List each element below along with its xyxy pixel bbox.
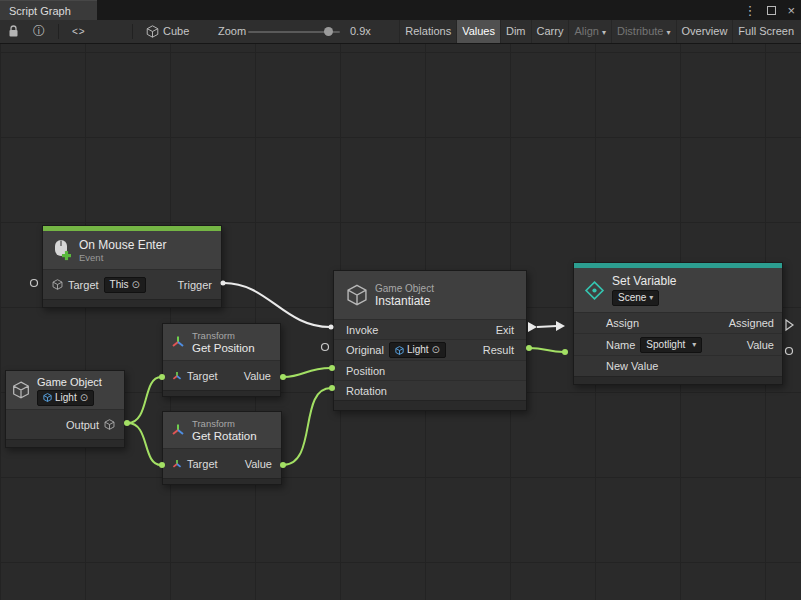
- port-row-output: Output: [6, 409, 124, 439]
- variable-icon: [584, 280, 605, 301]
- value-port-label: Value: [245, 458, 272, 470]
- scope-dropdown[interactable]: Scene ▾: [612, 290, 659, 306]
- output-port-label: Output: [66, 419, 99, 431]
- transform-icon: [171, 423, 185, 437]
- exit-port-label: Exit: [496, 324, 514, 336]
- node-footer: [163, 478, 281, 484]
- port-row-position: Position: [334, 360, 526, 380]
- this-object-field[interactable]: This ⊙: [104, 277, 146, 293]
- node-on-mouse-enter[interactable]: On Mouse Enter Event Target This ⊙ Trigg…: [42, 225, 222, 308]
- chevron-down-icon: ▾: [602, 28, 606, 37]
- chevron-down-icon: ▾: [649, 292, 653, 304]
- kebab-menu-icon[interactable]: ⋮: [743, 3, 756, 18]
- window-controls: ⋮ ×: [743, 0, 795, 20]
- graph-owner-label: Cube: [163, 20, 189, 43]
- node-category: Game Object: [375, 283, 434, 294]
- object-picker-icon[interactable]: ⊙: [131, 279, 139, 291]
- variable-name-dropdown[interactable]: Spotlight ▾: [640, 337, 702, 353]
- mouse-enter-icon: [51, 239, 72, 262]
- node-title: Instantiate: [375, 294, 434, 308]
- node-footer: [574, 376, 782, 384]
- overview-button[interactable]: Overview: [676, 20, 733, 43]
- dim-button[interactable]: Dim: [500, 20, 531, 43]
- port-row-target-value: Target Value: [163, 360, 280, 390]
- node-set-variable[interactable]: Set Variable Scene ▾ Assign Assigned Nam…: [573, 262, 783, 385]
- align-dropdown-button[interactable]: Align ▾: [568, 20, 611, 43]
- transform-icon: [171, 335, 185, 349]
- code-icon[interactable]: <>: [72, 20, 86, 43]
- node-header: Transform Get Position: [163, 324, 280, 360]
- zoom-slider-knob[interactable]: [324, 27, 333, 36]
- node-subtitle: Event: [79, 252, 166, 263]
- toolbar-divider: [58, 24, 59, 39]
- chevron-down-icon: ▾: [692, 339, 696, 351]
- carry-button[interactable]: Carry: [531, 20, 569, 43]
- values-button[interactable]: Values: [456, 20, 500, 43]
- chip-text: Spotlight: [646, 339, 685, 351]
- node-game-object[interactable]: Game Object Light ⊙ Output: [5, 370, 125, 448]
- chip-text: This: [110, 279, 129, 291]
- info-icon[interactable]: ⓘ: [33, 20, 45, 43]
- node-instantiate[interactable]: Game Object Instantiate Invoke Exit Orig…: [333, 270, 527, 411]
- zoom-value: 0.9x: [350, 20, 371, 43]
- node-get-rotation[interactable]: Transform Get Rotation Target Value: [162, 411, 282, 485]
- graph-toolbar: ⓘ <> Cube Zoom 0.9x Relations Values Dim…: [0, 20, 801, 44]
- node-header: Transform Get Rotation: [163, 412, 281, 448]
- port-row-new-value: New Value: [574, 355, 782, 376]
- original-port-label: Original: [346, 344, 384, 356]
- tab-script-graph[interactable]: Script Graph: [0, 0, 97, 20]
- window-tab-bar: Script Graph ⋮ ×: [0, 0, 801, 20]
- target-port-label: Target: [68, 279, 99, 291]
- close-icon[interactable]: ×: [787, 3, 795, 18]
- graph-canvas[interactable]: On Mouse Enter Event Target This ⊙ Trigg…: [0, 44, 801, 600]
- node-title: Get Position: [192, 341, 255, 355]
- node-header: Game Object Instantiate: [334, 271, 526, 319]
- light-object-field[interactable]: Light ⊙: [37, 390, 94, 406]
- port-row-invoke-exit: Invoke Exit: [334, 319, 526, 339]
- position-port-label: Position: [346, 365, 385, 377]
- toolbar-divider: [132, 24, 133, 39]
- node-footer: [163, 390, 280, 396]
- node-footer: [6, 439, 124, 447]
- port-row-target-value: Target Value: [163, 448, 281, 478]
- port-row-assign-assigned: Assign Assigned: [574, 312, 782, 333]
- result-port-label: Result: [483, 344, 514, 356]
- name-port-label: Name: [606, 339, 635, 351]
- toolbar-button-group: Relations Values Dim Carry Align ▾ Distr…: [399, 20, 799, 43]
- gameobject-icon: [43, 393, 52, 402]
- object-picker-icon[interactable]: ⊙: [80, 392, 88, 404]
- gameobject-icon: [52, 279, 63, 290]
- relations-button[interactable]: Relations: [399, 20, 456, 43]
- port-row-rotation: Rotation: [334, 380, 526, 400]
- gameobject-icon: [104, 419, 115, 430]
- transform-icon: [172, 459, 182, 469]
- node-title: Game Object: [37, 375, 102, 389]
- chip-text: Light: [407, 344, 429, 356]
- object-picker-icon[interactable]: ⊙: [432, 344, 440, 356]
- node-category: Transform: [192, 330, 255, 341]
- value-port-label: Value: [747, 339, 774, 351]
- gameobject-icon: [395, 346, 404, 355]
- distribute-label: Distribute: [617, 25, 663, 37]
- rotation-port-label: Rotation: [346, 385, 387, 397]
- transform-icon: [172, 371, 182, 381]
- node-header: Set Variable Scene ▾: [574, 268, 782, 312]
- zoom-label: Zoom: [218, 20, 246, 43]
- light-object-field[interactable]: Light ⊙: [389, 342, 446, 358]
- maximize-icon[interactable]: [767, 6, 776, 15]
- target-port-label: Target: [187, 370, 218, 382]
- port-row-name-value: Name Spotlight ▾ Value: [574, 333, 782, 355]
- invoke-port-label: Invoke: [346, 324, 378, 336]
- distribute-dropdown-button[interactable]: Distribute ▾: [611, 20, 676, 43]
- target-port-label: Target: [187, 458, 218, 470]
- node-category: Transform: [192, 418, 257, 429]
- node-title: Get Rotation: [192, 429, 257, 443]
- node-title: Set Variable: [612, 274, 676, 288]
- assign-port-label: Assign: [606, 317, 639, 329]
- new-value-port-label: New Value: [606, 360, 658, 372]
- trigger-port-label: Trigger: [178, 279, 212, 291]
- fullscreen-button[interactable]: Full Screen: [732, 20, 799, 43]
- assigned-port-label: Assigned: [729, 317, 774, 329]
- node-footer: [43, 299, 221, 307]
- node-get-position[interactable]: Transform Get Position Target Value: [162, 323, 281, 397]
